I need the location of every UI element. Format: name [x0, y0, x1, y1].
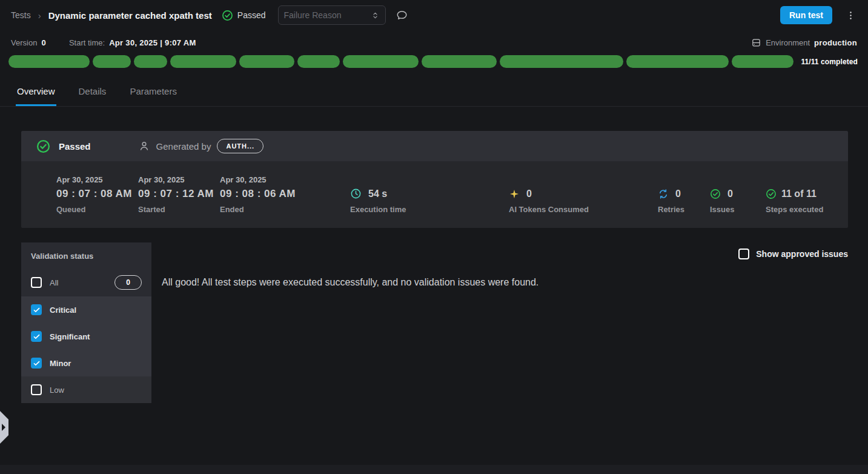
check-circle-icon: [766, 189, 777, 199]
tab-details[interactable]: Details: [78, 80, 108, 106]
timestamp-queued: Apr 30, 2025 09 : 07 : 08 AM Queued: [56, 175, 138, 228]
environment-value: production: [814, 38, 857, 47]
ended-time: 09 : 08 : 06 AM: [220, 185, 302, 202]
progress-segment: [422, 55, 497, 68]
checkbox-show-approved[interactable]: [738, 249, 749, 259]
started-label: Started: [138, 202, 220, 217]
filter-row-critical[interactable]: Critical: [21, 296, 151, 323]
validation-status-panel: Validation status All 0 Critical Signifi…: [21, 242, 151, 403]
generated-by-label: Generated by: [156, 141, 211, 152]
page-title: Dynamic parameter cached xpath test: [48, 10, 212, 21]
environment-label: Environment: [766, 38, 810, 47]
queued-time: 09 : 07 : 08 AM: [56, 185, 138, 202]
person-icon: [138, 140, 150, 152]
progress-segment: [732, 55, 793, 68]
progress-segment: [8, 55, 90, 68]
check-circle-icon: [710, 189, 721, 199]
execution-time-value: 54 s: [368, 185, 387, 202]
queued-label: Queued: [56, 202, 138, 217]
validation-status-heading: Validation status: [21, 242, 151, 269]
failure-reason-placeholder: Failure Reason: [284, 10, 342, 20]
tab-parameters[interactable]: Parameters: [128, 80, 178, 106]
run-test-button[interactable]: Run test: [780, 6, 832, 24]
filter-row-all[interactable]: All 0: [21, 269, 151, 296]
ended-date: Apr 30, 2025: [220, 175, 302, 185]
tab-bar: Overview Details Parameters: [0, 80, 868, 107]
filter-label-all: All: [50, 278, 58, 287]
generated-by-user-pill[interactable]: AUTH...: [217, 139, 263, 153]
checkbox-low[interactable]: [31, 384, 42, 395]
filter-label-significant: Significant: [50, 332, 90, 341]
stat-issues: 0 Issues: [710, 175, 747, 228]
filter-row-significant[interactable]: Significant: [21, 323, 151, 350]
refresh-icon: [658, 189, 669, 199]
kebab-menu-icon[interactable]: [844, 9, 857, 22]
timestamp-ended: Apr 30, 2025 09 : 08 : 06 AM Ended: [220, 175, 302, 228]
passed-check-icon: [222, 10, 233, 21]
summary-status-label: Passed: [59, 141, 91, 152]
filter-label-low: Low: [50, 386, 64, 395]
checkbox-critical[interactable]: [31, 304, 42, 315]
version-label: Version: [11, 38, 37, 47]
issues-value: 0: [727, 185, 733, 202]
started-date: Apr 30, 2025: [138, 175, 220, 185]
sidebar-expand-handle[interactable]: [0, 411, 8, 444]
status-badge: Passed: [222, 10, 266, 21]
stat-execution-time: 54 s Execution time: [350, 175, 465, 228]
queued-date: Apr 30, 2025: [56, 175, 138, 185]
started-time: 09 : 07 : 12 AM: [138, 185, 220, 202]
ai-tokens-value: 0: [526, 185, 532, 202]
summary-card-body: Apr 30, 2025 09 : 07 : 08 AM Queued Apr …: [21, 161, 848, 228]
checkbox-significant[interactable]: [31, 331, 42, 342]
footer-strip: [0, 465, 868, 474]
ai-tokens-label: AI Tokens Consumed: [509, 202, 612, 217]
environment-icon: [751, 38, 761, 48]
filter-label-critical: Critical: [50, 305, 76, 315]
issues-label: Issues: [710, 202, 747, 217]
sparkle-icon: [509, 189, 520, 199]
all-good-message: All good! All test steps were executed s…: [162, 277, 848, 288]
stat-steps-executed: 11 of 11 Steps executed: [766, 175, 844, 228]
filter-row-low[interactable]: Low: [21, 376, 151, 403]
checkbox-all[interactable]: [31, 277, 42, 288]
breadcrumb-tests[interactable]: Tests: [11, 10, 31, 20]
show-approved-label: Show approved issues: [756, 249, 848, 259]
version-value: 0: [41, 38, 46, 47]
failure-reason-select[interactable]: Failure Reason: [278, 5, 386, 25]
passed-check-circle-icon: [36, 139, 50, 153]
top-bar: Tests › Dynamic parameter cached xpath t…: [0, 0, 868, 30]
filter-label-minor: Minor: [50, 359, 71, 368]
summary-card-header: Passed Generated by AUTH...: [21, 131, 848, 161]
tab-overview[interactable]: Overview: [16, 80, 56, 106]
progress-segment: [93, 55, 131, 68]
retries-label: Retries: [658, 202, 700, 217]
select-stepper-icon: [371, 11, 380, 20]
progress-segment: [134, 55, 167, 68]
clock-icon: [350, 188, 362, 199]
retries-value: 0: [675, 185, 681, 202]
progress-segment: [297, 55, 340, 68]
checkbox-minor[interactable]: [31, 358, 42, 369]
steps-executed-value: 11 of 11: [781, 185, 817, 202]
show-approved-issues-toggle[interactable]: Show approved issues: [738, 249, 848, 259]
issues-section: Validation status All 0 Critical Signifi…: [0, 242, 868, 403]
progress-row: 11/11 completed: [8, 55, 858, 68]
execution-time-label: Execution time: [350, 202, 465, 217]
progress-segment: [239, 55, 294, 68]
meta-bar: Version 0 Start time: Apr 30, 2025 | 9:0…: [0, 32, 868, 53]
stat-retries: 0 Retries: [658, 175, 700, 228]
steps-executed-label: Steps executed: [766, 202, 844, 217]
all-count-pill[interactable]: 0: [114, 275, 142, 290]
start-time-label: Start time:: [69, 38, 105, 47]
timestamp-started: Apr 30, 2025 09 : 07 : 12 AM Started: [138, 175, 220, 228]
progress-segment: [626, 55, 729, 68]
progress-segment: [170, 55, 236, 68]
summary-card: Passed Generated by AUTH... Apr 30, 2025…: [21, 131, 848, 228]
comment-bubble-icon[interactable]: [396, 9, 408, 22]
filter-row-minor[interactable]: Minor: [21, 350, 151, 376]
status-label: Passed: [237, 10, 266, 20]
progress-completed-label: 11/11 completed: [801, 58, 858, 66]
progress-segment: [343, 55, 419, 68]
ended-label: Ended: [220, 202, 302, 217]
start-time-value: Apr 30, 2025 | 9:07 AM: [109, 38, 196, 47]
